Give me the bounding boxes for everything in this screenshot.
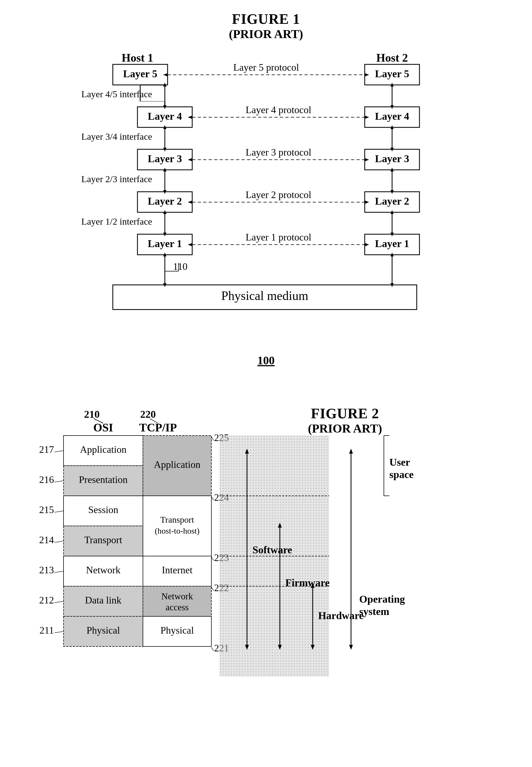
svg-marker-67	[390, 148, 394, 151]
svg-text:TCP/IP: TCP/IP	[139, 421, 177, 434]
svg-text:Session: Session	[88, 504, 118, 515]
svg-rect-18	[137, 234, 192, 255]
svg-marker-34	[188, 158, 192, 161]
svg-text:Layer 3 protocol: Layer 3 protocol	[246, 147, 311, 158]
svg-marker-158	[349, 645, 353, 650]
svg-text:Layer 5 protocol: Layer 5 protocol	[233, 62, 299, 73]
svg-line-120	[54, 481, 64, 482]
figure2-container: FIGURE 2 (PRIOR ART) 210 OSI 220 TCP/IP …	[0, 389, 532, 723]
svg-text:211: 211	[39, 625, 54, 636]
svg-marker-26	[163, 73, 168, 76]
svg-rect-22	[113, 285, 417, 309]
svg-text:Transport: Transport	[84, 535, 122, 545]
svg-marker-53	[163, 125, 166, 129]
svg-text:212: 212	[39, 595, 54, 606]
svg-text:Software: Software	[252, 544, 292, 556]
svg-marker-76	[390, 283, 394, 287]
svg-marker-71	[390, 168, 394, 171]
svg-line-124	[54, 541, 64, 542]
svg-marker-29	[365, 116, 369, 119]
svg-rect-20	[365, 234, 419, 255]
svg-line-126	[54, 571, 64, 573]
svg-line-140	[211, 647, 214, 651]
svg-text:(host-to-host): (host-to-host)	[155, 526, 199, 536]
svg-text:Layer 4 protocol: Layer 4 protocol	[246, 104, 311, 115]
svg-line-122	[54, 511, 64, 512]
svg-text:Layer 2: Layer 2	[148, 195, 182, 207]
svg-marker-58	[163, 232, 166, 236]
svg-rect-107	[143, 496, 211, 556]
svg-text:215: 215	[39, 504, 54, 515]
svg-text:space: space	[389, 469, 414, 480]
svg-marker-73	[390, 232, 394, 236]
svg-rect-14	[137, 192, 192, 212]
svg-text:Physical: Physical	[87, 625, 120, 636]
svg-text:Layer 2/3 interface: Layer 2/3 interface	[81, 174, 152, 184]
svg-rect-10	[137, 149, 192, 170]
svg-rect-12	[365, 149, 419, 170]
svg-marker-61	[163, 283, 166, 287]
svg-text:Physical: Physical	[160, 625, 194, 636]
svg-text:Network: Network	[86, 565, 120, 576]
figure1-container: FIGURE 1 (PRIOR ART) Host 1 Host 2 Layer…	[0, 0, 532, 389]
svg-marker-50	[163, 83, 166, 87]
svg-marker-49	[163, 105, 166, 109]
svg-marker-64	[390, 105, 394, 109]
svg-text:220: 220	[140, 409, 156, 420]
svg-text:system: system	[359, 606, 389, 617]
svg-text:Presentation: Presentation	[79, 474, 128, 485]
svg-text:Transport: Transport	[160, 515, 194, 525]
svg-text:Data link: Data link	[85, 595, 121, 606]
svg-rect-8	[365, 107, 419, 127]
svg-text:Internet: Internet	[162, 565, 192, 576]
svg-text:Application: Application	[154, 459, 200, 470]
svg-marker-41	[365, 243, 369, 246]
svg-marker-59	[163, 210, 166, 214]
svg-text:Layer 5: Layer 5	[375, 68, 409, 79]
svg-text:Operating: Operating	[359, 593, 405, 605]
svg-line-128	[54, 601, 64, 603]
svg-line-130	[54, 631, 64, 633]
svg-text:Layer 1/2 interface: Layer 1/2 interface	[81, 216, 152, 226]
svg-marker-37	[365, 200, 369, 204]
svg-text:Network: Network	[161, 591, 193, 601]
figure1-title: FIGURE 1	[0, 11, 532, 27]
svg-text:110: 110	[173, 261, 188, 272]
svg-marker-30	[188, 116, 192, 119]
svg-line-138	[211, 587, 214, 591]
svg-text:Layer 3/4 interface: Layer 3/4 interface	[81, 131, 152, 142]
svg-text:Layer 3: Layer 3	[148, 153, 182, 164]
svg-text:Layer 3: Layer 3	[375, 153, 409, 164]
svg-text:Host 2: Host 2	[376, 51, 408, 64]
svg-marker-157	[349, 449, 353, 454]
svg-text:Layer 4/5 interface: Layer 4/5 interface	[81, 89, 152, 99]
svg-text:Host 1: Host 1	[122, 51, 153, 64]
svg-text:Firmware: Firmware	[285, 577, 330, 588]
svg-text:Layer 1: Layer 1	[375, 238, 409, 249]
svg-text:OSI: OSI	[93, 421, 113, 434]
svg-text:210: 210	[84, 409, 100, 420]
svg-line-118	[54, 451, 64, 452]
svg-marker-74	[390, 210, 394, 214]
svg-text:access: access	[165, 602, 188, 612]
svg-text:Application: Application	[80, 444, 126, 455]
svg-rect-6	[137, 107, 192, 127]
svg-text:Layer 4: Layer 4	[148, 110, 182, 122]
svg-text:217: 217	[39, 444, 54, 455]
svg-text:216: 216	[39, 474, 54, 485]
svg-line-134	[211, 497, 214, 500]
svg-marker-42	[188, 243, 192, 246]
svg-marker-77	[390, 252, 394, 256]
figure1-ref100: 100	[257, 354, 275, 367]
svg-text:Physical medium: Physical medium	[221, 289, 308, 303]
svg-rect-16	[365, 192, 419, 212]
layer-diagram: Host 1 Host 2 Layer 5 Layer 5 Layer 4 La…	[74, 47, 458, 375]
svg-text:User: User	[389, 456, 410, 468]
svg-marker-25	[365, 73, 369, 76]
svg-line-136	[211, 557, 214, 561]
svg-text:Layer 4: Layer 4	[375, 110, 409, 122]
figure2-diagram: 210 OSI 220 TCP/IP Application Presentat…	[33, 406, 499, 707]
figure1-subtitle: (PRIOR ART)	[0, 27, 532, 41]
svg-marker-55	[163, 190, 166, 194]
svg-text:Hardware: Hardware	[318, 610, 364, 621]
